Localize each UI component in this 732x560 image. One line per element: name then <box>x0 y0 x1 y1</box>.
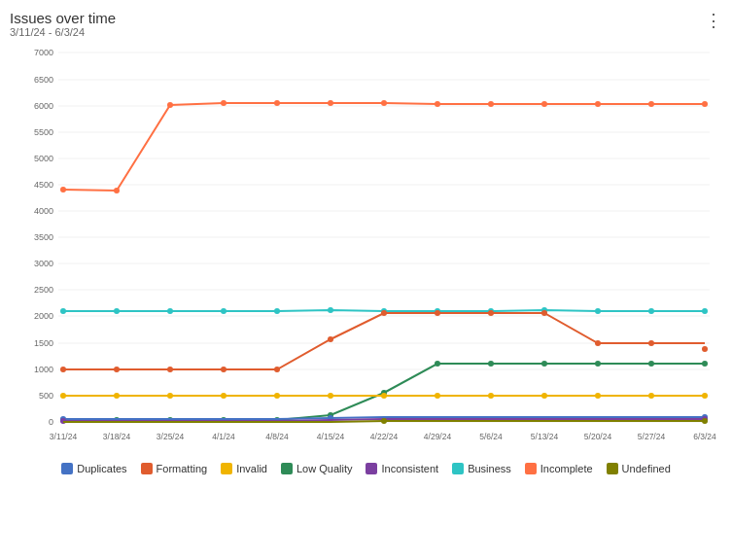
legend-item-incomplete: Incomplete <box>525 463 593 474</box>
svg-text:3000: 3000 <box>34 259 53 268</box>
svg-point-68 <box>702 308 708 314</box>
svg-point-106 <box>648 393 654 399</box>
svg-point-66 <box>595 308 601 314</box>
svg-text:4500: 4500 <box>34 180 53 190</box>
svg-point-107 <box>702 393 708 399</box>
svg-text:4/29/24: 4/29/24 <box>424 432 452 441</box>
svg-text:3500: 3500 <box>34 232 53 242</box>
svg-point-91 <box>541 361 547 367</box>
svg-text:3/25/24: 3/25/24 <box>157 432 185 441</box>
svg-text:1000: 1000 <box>34 365 53 374</box>
legend-item-invalid: Invalid <box>221 463 267 474</box>
svg-point-103 <box>488 393 494 399</box>
legend-color-low quality <box>281 463 293 474</box>
svg-point-80 <box>648 340 654 346</box>
svg-point-57 <box>114 308 120 314</box>
svg-text:5500: 5500 <box>34 127 53 137</box>
svg-point-94 <box>702 361 708 367</box>
legend-label-inconsistent: Inconsistent <box>381 463 438 474</box>
svg-text:6000: 6000 <box>34 101 53 111</box>
svg-point-77 <box>488 310 494 316</box>
svg-point-73 <box>274 367 280 372</box>
svg-point-45 <box>167 102 173 108</box>
legend-label-formatting: Formatting <box>157 463 208 474</box>
formatting-line <box>63 313 705 369</box>
svg-text:2000: 2000 <box>34 311 53 321</box>
legend-item-business: Business <box>452 463 511 474</box>
svg-point-49 <box>381 100 387 106</box>
legend-item-formatting: Formatting <box>141 463 208 474</box>
svg-text:3/11/24: 3/11/24 <box>50 432 78 441</box>
svg-point-56 <box>60 308 66 314</box>
svg-point-100 <box>328 393 333 399</box>
menu-dots-button[interactable]: ⋮ <box>705 10 722 31</box>
svg-point-46 <box>221 100 227 106</box>
svg-point-97 <box>167 393 173 399</box>
legend-color-invalid <box>221 463 232 474</box>
svg-point-61 <box>328 307 333 313</box>
legend-label-incomplete: Incomplete <box>540 463 593 474</box>
svg-point-81 <box>702 346 708 352</box>
chart-header: Issues over time 3/11/24 - 6/3/24 <box>10 10 722 38</box>
legend-color-formatting <box>141 463 153 474</box>
legend-color-undefined <box>607 463 618 474</box>
svg-text:500: 500 <box>39 391 53 401</box>
legend-label-duplicates: Duplicates <box>77 463 126 474</box>
svg-point-43 <box>60 187 66 192</box>
svg-point-50 <box>435 101 440 107</box>
svg-text:5/13/24: 5/13/24 <box>531 432 559 441</box>
svg-point-71 <box>167 367 173 372</box>
svg-point-104 <box>541 393 547 399</box>
svg-point-51 <box>488 101 494 107</box>
svg-text:5/6/24: 5/6/24 <box>479 432 503 441</box>
svg-text:5000: 5000 <box>34 154 53 163</box>
chart-area: 0 500 1000 1500 2000 2500 3000 3500 4000… <box>10 43 722 455</box>
svg-point-55 <box>702 101 708 107</box>
svg-point-101 <box>381 393 387 399</box>
svg-point-89 <box>435 361 440 367</box>
svg-point-102 <box>435 393 440 399</box>
svg-text:6500: 6500 <box>34 75 53 85</box>
svg-point-105 <box>595 393 601 399</box>
svg-point-67 <box>648 308 654 314</box>
svg-text:4000: 4000 <box>34 206 53 216</box>
svg-point-90 <box>488 361 494 367</box>
legend-color-business <box>452 463 464 474</box>
legend-label-invalid: Invalid <box>236 463 267 474</box>
svg-point-58 <box>167 308 173 314</box>
legend-item-inconsistent: Inconsistent <box>366 463 438 474</box>
svg-point-75 <box>381 310 387 316</box>
svg-point-44 <box>114 188 120 193</box>
legend-item-undefined: Undefined <box>607 463 671 474</box>
legend-color-incomplete <box>525 463 537 474</box>
chart-subtitle: 3/11/24 - 6/3/24 <box>10 26 722 38</box>
grid: 0 500 1000 1500 2000 2500 3000 3500 4000… <box>34 48 716 441</box>
svg-text:2500: 2500 <box>34 285 53 295</box>
svg-point-99 <box>274 393 280 399</box>
svg-text:6/3/24: 6/3/24 <box>693 432 716 441</box>
svg-text:4/8/24: 4/8/24 <box>265 432 289 441</box>
svg-point-76 <box>435 310 440 316</box>
svg-point-54 <box>648 101 654 107</box>
legend-color-inconsistent <box>366 463 377 474</box>
svg-text:4/22/24: 4/22/24 <box>370 432 399 441</box>
svg-point-53 <box>595 101 601 107</box>
svg-point-74 <box>328 336 333 342</box>
svg-text:5/27/24: 5/27/24 <box>638 432 666 441</box>
svg-point-52 <box>541 101 547 107</box>
svg-point-72 <box>221 367 227 372</box>
svg-point-79 <box>595 340 601 346</box>
svg-point-47 <box>274 100 280 106</box>
chart-title: Issues over time <box>10 10 722 26</box>
svg-point-70 <box>114 367 120 372</box>
svg-text:3/18/24: 3/18/24 <box>103 432 131 441</box>
svg-point-98 <box>221 393 227 399</box>
chart-legend: DuplicatesFormattingInvalidLow QualityIn… <box>10 463 722 474</box>
svg-text:1500: 1500 <box>34 338 53 348</box>
svg-point-59 <box>221 308 227 314</box>
svg-point-113 <box>381 418 387 424</box>
legend-label-undefined: Undefined <box>622 463 671 474</box>
svg-point-69 <box>60 367 66 372</box>
svg-point-48 <box>328 100 333 106</box>
svg-text:7000: 7000 <box>34 48 53 57</box>
